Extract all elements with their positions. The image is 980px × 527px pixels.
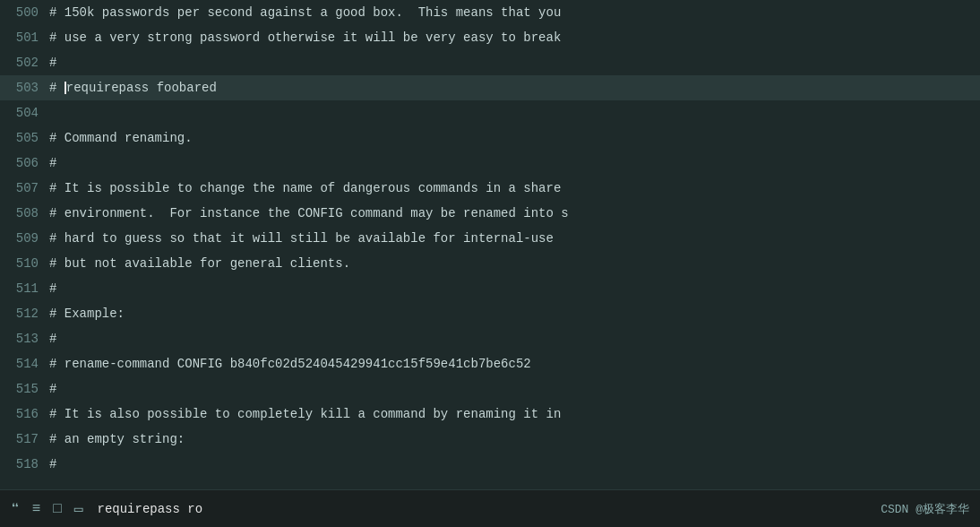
line-number: 503 [0,75,49,100]
line-number: 509 [0,226,49,251]
line-number: 501 [0,25,49,50]
code-line: 512# Example: [0,301,980,326]
line-number: 500 [0,0,49,25]
line-number: 516 [0,402,49,427]
line-number: 511 [0,276,49,301]
code-line: 513# [0,326,980,351]
code-line: 506# [0,151,980,176]
code-content: 500# 150k passwords per second against a… [0,0,980,489]
code-line: 509# hard to guess so that it will still… [0,226,980,251]
code-line: 507# It is possible to change the name o… [0,176,980,201]
line-content: # [49,50,980,75]
line-content: # [49,151,980,176]
terminal-icon[interactable]: ▭ [74,500,83,518]
line-number: 506 [0,151,49,176]
status-icons: ❝ ≡ □ ▭ [11,500,83,518]
line-number: 505 [0,125,49,151]
line-content: # [49,376,980,402]
line-number: 517 [0,427,49,452]
line-number: 515 [0,376,49,402]
code-line: 510# but not available for general clien… [0,251,980,276]
line-content: # hard to guess so that it will still be… [49,226,980,251]
line-content: # It is also possible to completely kill… [49,402,980,427]
line-content: # It is possible to change the name of d… [49,176,980,201]
line-content: # but not available for general clients. [49,251,980,276]
line-content: # [49,276,980,301]
code-line: 502# [0,50,980,75]
line-content: # rename-command CONFIG b840fc02d5240454… [49,351,980,376]
code-line: 515# [0,376,980,402]
line-number: 518 [0,452,49,477]
code-line: 505# Command renaming. [0,125,980,151]
code-line: 517# an empty string: [0,427,980,452]
line-number: 514 [0,351,49,376]
code-line: 503# requirepass foobared [0,75,980,100]
quote-icon[interactable]: ❝ [11,500,20,518]
line-content: # 150k passwords per second against a go… [49,0,980,25]
line-number: 502 [0,50,49,75]
line-number: 504 [0,100,49,125]
line-content: # an empty string: [49,427,980,452]
line-content: # Command renaming. [49,125,980,151]
code-line: 514# rename-command CONFIG b840fc02d5240… [0,351,980,376]
code-line: 518# [0,452,980,477]
status-command: requirepass ro [98,502,867,516]
line-number: 512 [0,301,49,326]
line-content: # use a very strong password otherwise i… [49,25,980,50]
line-number: 510 [0,251,49,276]
code-line: 516# It is also possible to completely k… [0,402,980,427]
code-line: 511# [0,276,980,301]
line-number: 508 [0,201,49,226]
split-icon[interactable]: □ [53,501,62,517]
line-content: # Example: [49,301,980,326]
line-content: # requirepass foobared [49,75,980,100]
code-line: 501# use a very strong password otherwis… [0,25,980,50]
line-number: 507 [0,176,49,201]
status-bar: ❝ ≡ □ ▭ requirepass ro CSDN @极客李华 [0,489,980,527]
list-icon[interactable]: ≡ [32,501,41,517]
code-line: 508# environment. For instance the CONFI… [0,201,980,226]
code-line: 504 [0,100,980,125]
branding: CSDN @极客李华 [881,501,969,517]
line-content: # [49,326,980,351]
editor-area: 500# 150k passwords per second against a… [0,0,980,489]
line-number: 513 [0,326,49,351]
line-content: # [49,452,980,477]
line-content: # environment. For instance the CONFIG c… [49,201,980,226]
code-line: 500# 150k passwords per second against a… [0,0,980,25]
